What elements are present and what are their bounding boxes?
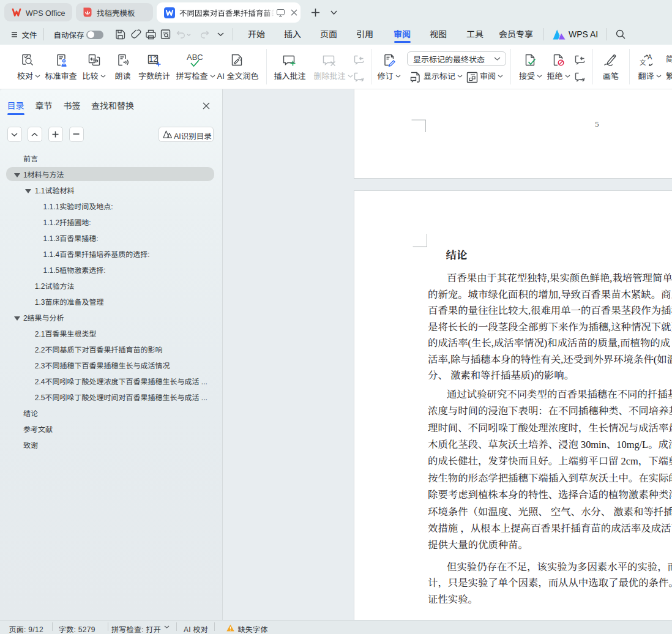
svg-text:12: 12 [149, 55, 158, 64]
svg-text:A: A [648, 53, 652, 61]
svg-text:文: 文 [640, 58, 646, 67]
svg-text:ABC: ABC [187, 53, 203, 62]
